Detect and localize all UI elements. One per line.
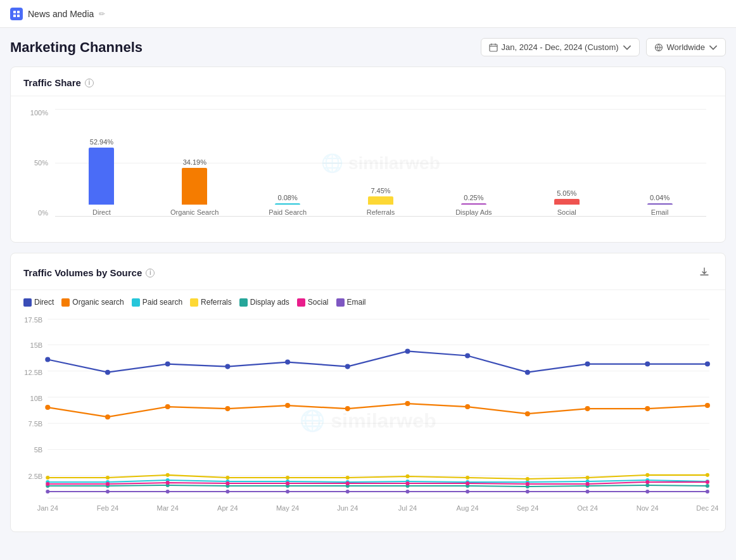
svg-rect-4 [490,44,497,51]
dot-ref-12 [706,473,709,477]
dot-ref-11 [645,473,649,477]
edit-workspace-icon[interactable]: ✏ [99,10,105,18]
bar-organic-rect [182,168,207,205]
legend-display[interactable]: Display ads [239,298,289,307]
bar-organic-label: Organic Search [170,208,219,216]
bar-email-label: Email [651,208,669,216]
dot-organic-4 [225,406,230,411]
dot-social-3 [166,481,170,485]
bar-email-value: 0.04% [650,194,669,201]
dot-organic-9 [525,411,530,416]
bar-direct-rect [89,148,114,205]
svg-rect-3 [17,15,20,17]
legend-email[interactable]: Email [336,298,366,307]
dot-ref-7 [405,474,409,478]
bar-referrals-rect [368,196,393,205]
dot-social-11 [645,480,649,484]
legend-display-label: Display ads [250,298,289,307]
x-may: May 24 [276,504,299,512]
dot-direct-3 [165,362,170,367]
bar-direct-label: Direct [92,208,111,216]
dot-email-10 [586,490,590,493]
traffic-volumes-info-icon[interactable]: i [146,269,155,277]
legend-display-check [239,298,248,307]
dot-email-9 [526,490,530,493]
legend-organic[interactable]: Organic search [61,298,124,307]
dot-social-4 [225,481,229,485]
chevron-down-icon-region [709,43,718,52]
chart-legend: Direct Organic search Paid search Referr… [11,290,725,307]
dot-organic-11 [645,406,650,411]
legend-paid-check [132,298,140,307]
bar-display-rect [461,203,486,205]
download-button[interactable] [696,264,713,282]
page-title: Marketing Channels [10,39,143,56]
line-direct [48,351,707,372]
dot-social-12 [706,480,709,484]
dot-direct-12 [705,362,710,367]
bar-paid: 0.08% Paid Search [241,194,334,216]
legend-organic-check [61,298,70,307]
traffic-share-card: Traffic Share i 100% 50% 0% 🌐 similarw [10,67,726,243]
dot-email-5 [286,490,289,493]
legend-paid[interactable]: Paid search [132,298,182,307]
line-chart-svg: 17.5B 15B 12.5B 10B 7.5B 5B 2.5B 🌐 simil… [23,313,713,517]
legend-email-label: Email [347,298,366,307]
dot-direct-7 [405,348,410,353]
bar-email-rect [647,203,673,205]
dot-social-8 [466,481,469,485]
dot-ref-6 [346,476,350,480]
y-label-0: 0% [38,209,48,217]
dot-organic-7 [405,401,410,406]
dot-organic-3 [165,404,170,409]
dot-ref-1 [46,476,49,480]
bar-organic-value: 34.19% [183,158,206,166]
legend-paid-label: Paid search [143,298,182,307]
dot-direct-10 [585,362,590,367]
traffic-share-title: Traffic Share i [23,77,94,88]
dot-ref-3 [166,473,170,477]
dot-email-12 [706,490,709,493]
chart-watermark: 🌐 similarweb [300,409,436,433]
dot-disp-12 [706,484,709,488]
bar-chart-area: 100% 50% 0% 🌐 similarweb 52.94% Direct [11,96,725,242]
dot-social-10 [586,482,590,486]
date-range-button[interactable]: Jan, 2024 - Dec, 2024 (Custom) [481,38,640,56]
bar-referrals: 7.45% Referrals [334,187,428,216]
legend-social-label: Social [308,298,329,307]
legend-direct-check [23,298,32,307]
bar-display: 0.25% Display Ads [427,194,520,216]
dot-direct-4 [225,364,230,369]
calendar-icon [489,43,498,52]
dot-direct-2 [105,370,110,375]
svg-rect-1 [17,11,20,13]
grid-line-top [55,109,706,110]
line-paid [48,480,707,482]
bar-paid-value: 0.08% [278,194,298,201]
bar-direct-value: 52.94% [90,138,113,146]
y-label-50: 50% [34,159,48,167]
dot-organic-12 [705,403,710,408]
x-mar: Mar 24 [156,504,178,512]
line-display [48,485,707,487]
legend-referrals[interactable]: Referrals [190,298,232,307]
legend-social[interactable]: Social [297,298,329,307]
traffic-share-info-icon[interactable]: i [85,79,94,87]
line-chart-area: 17.5B 15B 12.5B 10B 7.5B 5B 2.5B 🌐 simil… [11,307,725,531]
dot-organic-10 [585,406,590,411]
dot-ref-2 [106,476,110,480]
region-button[interactable]: Worldwide [646,38,726,56]
bar-email: 0.04% Email [613,194,706,216]
dot-social-9 [526,482,530,486]
y-17.5b: 17.5B [24,316,42,324]
x-jan: Jan 24 [37,504,58,512]
dot-organic-1 [45,405,50,410]
legend-direct[interactable]: Direct [23,298,54,307]
y-15b: 15B [30,341,43,349]
y-5b: 5B [34,446,43,454]
x-sep: Sep 24 [516,504,538,512]
y-12.5b: 12.5B [24,369,42,376]
chevron-down-icon [623,43,631,52]
workspace-title: News and Media [28,9,94,19]
x-aug: Aug 24 [457,504,479,512]
